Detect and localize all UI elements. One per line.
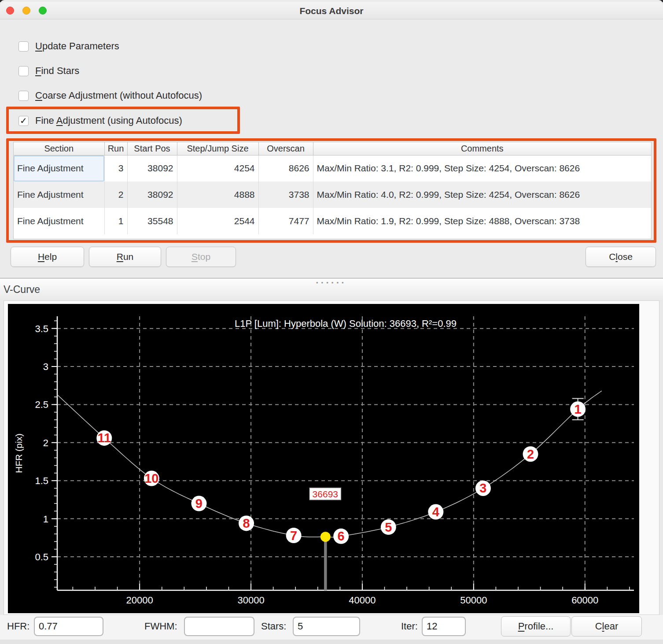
svg-text:3.5: 3.5 [35, 323, 48, 334]
titlebar: Focus Advisor [0, 2, 663, 19]
table-cell[interactable]: 2 [104, 181, 127, 208]
svg-text:30000: 30000 [237, 595, 264, 606]
table-cell[interactable]: Fine Adjustment [14, 208, 104, 234]
svg-text:1.5: 1.5 [35, 475, 48, 486]
svg-text:2.5: 2.5 [35, 399, 48, 410]
checkbox-fine-adjustment[interactable]: ✓Fine Adjustment (using Autofocus) [18, 114, 182, 127]
iter-label: Iter: [401, 621, 418, 632]
svg-text:10: 10 [144, 471, 158, 485]
svg-text:7: 7 [290, 529, 297, 543]
checkbox-box-update-parameters[interactable] [18, 41, 29, 52]
svg-text:60000: 60000 [571, 595, 598, 606]
focus-advisor-screen: Focus Advisor Update ParametersFind Star… [0, 0, 663, 644]
run-button[interactable]: Run [89, 247, 161, 267]
svg-text:20000: 20000 [126, 595, 153, 606]
svg-text:2: 2 [527, 447, 534, 461]
column-header-section[interactable]: Section [14, 142, 104, 155]
table-cell[interactable]: Fine Adjustment [14, 155, 104, 181]
hfr-field[interactable] [34, 617, 103, 636]
table-cell[interactable]: 38092 [127, 181, 177, 208]
splitter-area: ▪▪▪▪▪▪ [0, 279, 663, 301]
focus-advisor-dialog: Focus Advisor Update ParametersFind Star… [0, 0, 663, 278]
column-header-overscan[interactable]: Overscan [258, 142, 313, 155]
checkbox-label: Update Parameters [35, 41, 119, 52]
checkbox-coarse-adjustment[interactable]: Coarse Adjustment (without Autofocus) [18, 89, 202, 102]
svg-text:1: 1 [575, 402, 582, 416]
svg-text:9: 9 [195, 496, 203, 511]
table-cell[interactable]: 8626 [258, 155, 313, 181]
table-row[interactable]: Fine Adjustment23809248883738Max/Min Rat… [14, 181, 651, 208]
svg-text:4: 4 [432, 505, 439, 519]
splitter-handle-icon[interactable]: ▪▪▪▪▪▪ [316, 279, 347, 286]
svg-text:5: 5 [385, 520, 392, 534]
svg-text:2: 2 [43, 437, 48, 448]
stop-button[interactable]: Stop [166, 247, 236, 267]
table-cell[interactable]: Fine Adjustment [14, 181, 104, 208]
svg-text:0.5: 0.5 [35, 551, 48, 563]
column-header-run[interactable]: Run [104, 142, 127, 155]
column-header-start-pos[interactable]: Start Pos [127, 142, 177, 155]
profile-button[interactable]: Profile... [501, 616, 571, 637]
table-cell[interactable]: 4254 [177, 155, 258, 181]
table-cell[interactable]: 38092 [127, 155, 177, 181]
status-bar: HFR: FWHM: Stars: Iter: Profile... Clear [0, 615, 663, 640]
table-row[interactable]: Fine Adjustment33809242548626Max/Min Rat… [14, 155, 651, 181]
table-cell[interactable]: Max/Min Ratio: 1.9, R2: 0.999, Step Size… [313, 208, 651, 234]
svg-text:1: 1 [43, 514, 48, 525]
svg-text:8: 8 [243, 516, 250, 530]
svg-text:50000: 50000 [460, 595, 487, 606]
stars-label: Stars: [261, 621, 286, 632]
checkbox-box-find-stars[interactable] [18, 66, 29, 76]
clear-button[interactable]: Clear [571, 616, 642, 637]
column-header-comments[interactable]: Comments [313, 142, 651, 155]
table-cell[interactable]: 3 [104, 155, 127, 181]
stars-field[interactable] [293, 617, 360, 636]
window-title: Focus Advisor [0, 2, 663, 19]
table-cell[interactable]: 4888 [177, 181, 258, 208]
checkbox-label: Coarse Adjustment (without Autofocus) [35, 90, 202, 101]
table-cell[interactable]: Max/Min Ratio: 3.1, R2: 0.999, Step Size… [313, 155, 651, 181]
column-header-step-jump-size[interactable]: Step/Jump Size [177, 142, 258, 155]
table-cell[interactable]: 7477 [258, 208, 313, 234]
svg-text:40000: 40000 [349, 595, 376, 606]
vcurve-chart[interactable]: 20000300004000050000600000.511.522.533.5… [8, 304, 639, 613]
svg-text:11: 11 [97, 431, 111, 445]
svg-text:3: 3 [479, 481, 486, 495]
svg-text:3: 3 [43, 361, 48, 372]
svg-text:36693: 36693 [313, 489, 338, 499]
table-cell[interactable]: 35548 [127, 208, 177, 234]
hfr-label: HFR: [7, 621, 29, 632]
table-cell[interactable]: 1 [104, 208, 127, 234]
table-cell[interactable]: 2544 [177, 208, 258, 234]
help-button[interactable]: Help [11, 247, 84, 267]
table-cell[interactable]: 3738 [258, 181, 313, 208]
checkbox-box-coarse-adjustment[interactable] [18, 91, 29, 101]
table-cell[interactable]: Max/Min Ratio: 4.0, R2: 0.999, Step Size… [313, 181, 651, 208]
checkbox-box-fine-adjustment[interactable]: ✓ [18, 116, 29, 126]
table-row[interactable]: Fine Adjustment13554825447477Max/Min Rat… [14, 208, 651, 234]
runs-table[interactable]: SectionRunStart PosStep/Jump SizeOversca… [13, 142, 652, 239]
iter-field[interactable] [422, 617, 466, 636]
svg-text:6: 6 [338, 529, 345, 543]
vcurve-section-label: V-Curve [4, 284, 40, 296]
close-button[interactable]: Close [586, 247, 656, 267]
fwhm-field[interactable] [184, 617, 254, 636]
checkbox-update-parameters[interactable]: Update Parameters [18, 40, 119, 53]
checkbox-label: Find Stars [35, 65, 79, 77]
svg-text:L1P [Lum]: Hyperbola (W) Solut: L1P [Lum]: Hyperbola (W) Solution: 36693… [235, 318, 457, 329]
checkbox-find-stars[interactable]: Find Stars [18, 64, 79, 78]
fwhm-label: FWHM: [144, 621, 177, 632]
footer-strip [0, 640, 663, 644]
svg-text:HFR (pix): HFR (pix) [14, 433, 24, 473]
checkbox-label: Fine Adjustment (using Autofocus) [35, 115, 182, 126]
